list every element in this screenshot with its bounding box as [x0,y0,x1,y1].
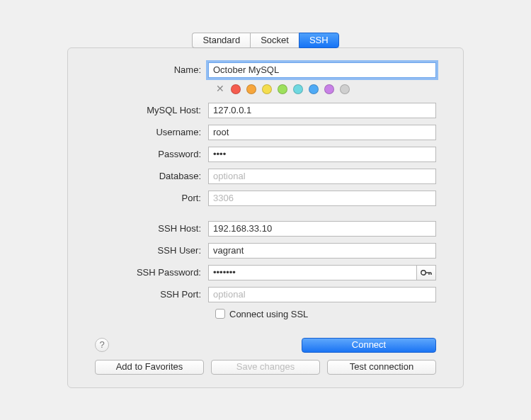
color-yellow[interactable] [262,84,272,94]
color-picker: ✕ [215,84,436,94]
mysql-host-label: MySQL Host: [95,105,208,115]
color-clear-icon[interactable]: ✕ [215,84,225,94]
test-connection-button[interactable]: Test connection [327,360,436,375]
ssh-port-input[interactable] [208,287,436,302]
ssh-password-label: SSH Password: [95,267,208,278]
connection-panel: Name: ✕ MySQL Host: U [67,47,464,388]
help-button[interactable]: ? [95,338,109,352]
connect-button[interactable]: Connect [302,338,436,353]
connection-tabs: Standard Socket SSH [67,33,464,48]
add-to-favorites-button[interactable]: Add to Favorites [95,360,204,375]
color-red[interactable] [231,84,241,94]
color-orange[interactable] [246,84,256,94]
ssh-user-label: SSH User: [95,245,208,256]
color-purple[interactable] [324,84,334,94]
port-label: Port: [95,193,208,203]
ssl-label: Connect using SSL [229,309,308,319]
username-input[interactable] [208,125,436,140]
port-input[interactable] [208,191,436,206]
key-icon [421,269,432,276]
ssh-host-input[interactable] [208,221,436,237]
svg-point-0 [421,270,426,274]
name-input[interactable] [208,62,436,78]
password-input[interactable] [208,147,436,162]
tab-socket[interactable]: Socket [250,33,299,48]
tab-ssh[interactable]: SSH [299,33,339,48]
name-label: Name: [95,64,208,75]
color-gray[interactable] [340,84,350,94]
ssh-user-input[interactable] [208,243,436,259]
database-input[interactable] [208,169,436,184]
ssl-checkbox[interactable] [215,309,225,319]
mysql-host-input[interactable] [208,103,436,118]
ssh-host-label: SSH Host: [95,223,208,234]
ssh-password-input[interactable] [208,265,417,280]
ssh-port-label: SSH Port: [95,289,208,300]
tab-standard[interactable]: Standard [192,33,250,48]
username-label: Username: [95,127,208,137]
color-blue[interactable] [309,84,319,94]
password-label: Password: [95,149,208,159]
color-teal[interactable] [293,84,303,94]
save-changes-button[interactable]: Save changes [211,360,320,375]
ssh-key-button[interactable] [416,265,436,280]
color-green[interactable] [278,84,287,94]
database-label: Database: [95,171,208,181]
